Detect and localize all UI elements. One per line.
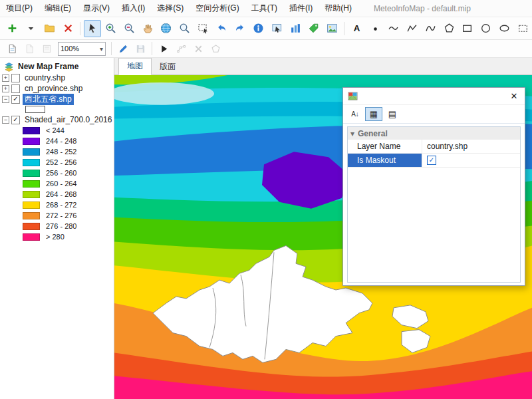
dialog-close-button[interactable]: [508, 90, 520, 102]
maskout-checkbox[interactable]: [427, 156, 436, 165]
legend-color-swatch[interactable]: [23, 138, 40, 145]
menu-item-3[interactable]: 插入(I): [116, 0, 151, 17]
category-general[interactable]: General: [348, 127, 520, 140]
identify-button[interactable]: [250, 20, 267, 37]
circle-tool-button[interactable]: [477, 20, 495, 37]
menu-item-4[interactable]: 选择(S): [151, 0, 190, 17]
attribute-table-button[interactable]: [287, 20, 304, 37]
layer-item-0[interactable]: country.shp: [0, 72, 114, 83]
property-row-layer-name[interactable]: Layer Name country.shp: [348, 140, 520, 154]
layer-visible-checkbox[interactable]: [11, 84, 20, 93]
point-tool-button[interactable]: [366, 20, 384, 37]
insert-image-button[interactable]: [324, 20, 341, 37]
legend-color-swatch[interactable]: [23, 212, 40, 219]
rectangle-tool-button[interactable]: [459, 20, 476, 37]
ellipse-tool-button[interactable]: [495, 20, 513, 37]
delete-feature-button[interactable]: [190, 41, 206, 56]
legend-color-swatch[interactable]: [23, 223, 40, 230]
layer-label[interactable]: cn_province.shp: [23, 84, 84, 93]
expander-icon[interactable]: [2, 74, 9, 82]
legend-item-4[interactable]: 256 - 260: [0, 168, 114, 178]
legend-item-0[interactable]: < 244: [0, 125, 114, 136]
legend-item-7[interactable]: 268 - 272: [0, 200, 114, 210]
curve-tool-button[interactable]: [385, 20, 402, 37]
remove-layer-button[interactable]: [59, 20, 76, 37]
save-edit-button[interactable]: [132, 41, 148, 56]
legend-color-swatch[interactable]: [23, 201, 40, 209]
expander-icon[interactable]: [2, 85, 9, 92]
layer-item-1[interactable]: cn_province.shp: [0, 83, 114, 94]
menu-item-5[interactable]: 空间分析(G): [190, 0, 245, 17]
menu-item-2[interactable]: 显示(V): [77, 0, 116, 17]
page-setup-button[interactable]: [21, 41, 37, 56]
layer-item-2[interactable]: 西北五省.shp: [0, 94, 114, 104]
print-preview-button[interactable]: [39, 41, 55, 56]
select-by-rect-button[interactable]: [194, 20, 211, 37]
full-extent-button[interactable]: [158, 20, 175, 37]
edit-feature-button[interactable]: [156, 41, 172, 56]
new-layout-button[interactable]: [4, 41, 20, 56]
start-edit-button[interactable]: [115, 41, 131, 56]
add-layer-dropdown[interactable]: [23, 20, 40, 37]
add-layer-button[interactable]: [4, 20, 21, 37]
zoom-to-layer-button[interactable]: [176, 20, 194, 37]
select-tool-button[interactable]: [84, 20, 101, 37]
property-pages-button[interactable]: [384, 107, 401, 121]
undo-button[interactable]: [213, 20, 230, 37]
expander-icon[interactable]: [2, 96, 9, 103]
zoom-out-button[interactable]: [120, 20, 138, 37]
legend-color-swatch[interactable]: [23, 127, 40, 134]
legend-item-10[interactable]: > 280: [0, 231, 114, 242]
select-graphics-button[interactable]: [514, 20, 531, 37]
layer-symbol-swatch[interactable]: [25, 106, 45, 113]
select-feature-button[interactable]: [268, 20, 285, 37]
reshape-feature-button[interactable]: [207, 41, 223, 56]
legend-color-swatch[interactable]: [23, 148, 40, 156]
menu-item-6[interactable]: 工具(T): [245, 0, 283, 17]
legend-color-swatch[interactable]: [23, 180, 40, 188]
expander-icon[interactable]: [2, 116, 9, 124]
zoom-in-button[interactable]: [102, 20, 120, 37]
polyline-tool-button[interactable]: [404, 20, 421, 37]
legend-color-swatch[interactable]: [23, 191, 40, 198]
property-value[interactable]: country.shp: [422, 140, 520, 153]
property-row-is-maskout[interactable]: Is Maskout: [348, 154, 520, 168]
legend-item-5[interactable]: 260 - 264: [0, 178, 114, 189]
freehand-tool-button[interactable]: [422, 20, 439, 37]
sort-alphabetical-button[interactable]: [346, 107, 364, 121]
map-canvas[interactable]: General Layer Name country.shp Is Maskou…: [114, 75, 532, 399]
zoom-level-combo[interactable]: 100%: [58, 42, 106, 56]
dialog-titlebar[interactable]: [343, 88, 525, 105]
legend-item-9[interactable]: 276 - 280: [0, 221, 114, 231]
layer-visible-checkbox[interactable]: [11, 95, 20, 104]
layer-label[interactable]: country.shp: [23, 73, 67, 82]
polygon-tool-button[interactable]: [440, 20, 458, 37]
text-tool-button[interactable]: A: [348, 20, 365, 37]
legend-item-6[interactable]: 264 - 268: [0, 189, 114, 200]
legend-color-swatch[interactable]: [23, 159, 40, 166]
map-frame-item[interactable]: New Map Frame: [0, 61, 114, 72]
legend-item-3[interactable]: 252 - 256: [0, 157, 114, 168]
tab-map[interactable]: 地图: [118, 58, 152, 75]
menu-item-0[interactable]: 项目(P): [0, 0, 39, 17]
layer-label[interactable]: Shaded_air_700.0_2016: [23, 115, 114, 124]
chevron-down-icon[interactable]: [100, 45, 103, 53]
legend-item-2[interactable]: 248 - 252: [0, 146, 114, 157]
legend-item-8[interactable]: 272 - 276: [0, 210, 114, 221]
menu-item-7[interactable]: 插件(I): [283, 0, 319, 17]
menu-item-1[interactable]: 编辑(E): [39, 0, 77, 17]
open-file-button[interactable]: [41, 20, 59, 37]
edit-vertex-button[interactable]: [173, 41, 189, 56]
menu-item-8[interactable]: 帮助(H): [319, 0, 358, 17]
pan-button[interactable]: [139, 20, 156, 37]
categorized-view-button[interactable]: [365, 107, 382, 121]
layer-label[interactable]: 西北五省.shp: [23, 94, 74, 105]
legend-item-1[interactable]: 244 - 248: [0, 136, 114, 146]
layer-visible-checkbox[interactable]: [11, 116, 20, 124]
legend-color-swatch[interactable]: [23, 233, 40, 241]
label-button[interactable]: [305, 20, 323, 37]
layer-item-3[interactable]: Shaded_air_700.0_2016: [0, 114, 114, 125]
tab-layout[interactable]: 版面: [152, 59, 184, 75]
legend-color-swatch[interactable]: [23, 170, 40, 177]
redo-button[interactable]: [231, 20, 249, 37]
